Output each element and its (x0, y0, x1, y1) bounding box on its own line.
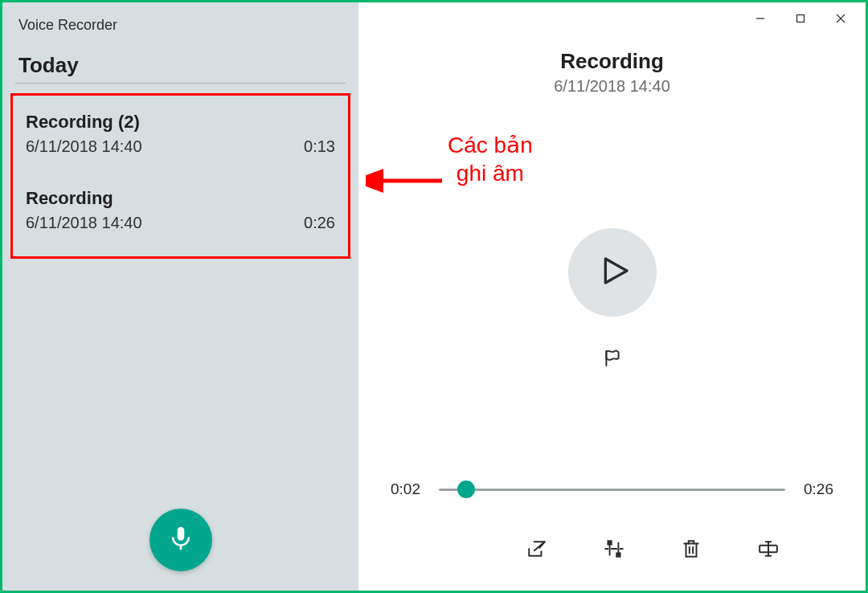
record-button[interactable] (149, 509, 212, 571)
recording-duration: 0:26 (304, 214, 335, 232)
minimize-icon (755, 13, 766, 27)
date-header-today: Today (15, 53, 346, 84)
recording-name: Recording (26, 188, 113, 209)
recording-duration: 0:13 (304, 137, 335, 156)
maximize-icon (795, 13, 806, 27)
play-button[interactable] (568, 228, 657, 317)
recording-item[interactable]: Recording (2) 6/11/2018 14:40 0:13 (21, 104, 340, 166)
mic-icon (167, 525, 194, 555)
svg-rect-3 (797, 15, 805, 22)
play-area (358, 128, 866, 480)
total-time: 0:26 (800, 481, 833, 498)
app-window: Voice Recorder Today Recording (2) 6/11/… (0, 0, 868, 593)
add-marker-button[interactable] (593, 341, 632, 379)
date-section: Today (2, 42, 358, 84)
play-icon (594, 255, 631, 290)
minimize-button[interactable] (740, 7, 780, 33)
window-controls (740, 7, 861, 33)
recording-item[interactable]: Recording 6/11/2018 14:40 0:26 (21, 180, 340, 242)
svg-rect-0 (177, 527, 184, 541)
detail-header: Recording 6/11/2018 14:40 (358, 49, 866, 96)
sidebar: Voice Recorder Today Recording (2) 6/11/… (2, 2, 358, 591)
close-button[interactable] (821, 7, 861, 33)
recording-date: 6/11/2018 14:40 (26, 214, 142, 232)
delete-icon (681, 538, 702, 562)
share-button[interactable] (518, 531, 556, 570)
recording-name: Recording (2) (26, 112, 140, 133)
svg-rect-13 (616, 553, 620, 556)
detail-date: 6/11/2018 14:40 (358, 77, 866, 96)
seek-knob[interactable] (457, 481, 475, 498)
detail-pane: Recording 6/11/2018 14:40 0:02 (358, 2, 866, 591)
rename-button[interactable] (749, 531, 788, 570)
rename-icon (758, 538, 779, 562)
svg-rect-12 (608, 541, 611, 544)
close-icon (835, 13, 846, 27)
svg-marker-6 (605, 259, 627, 283)
share-icon (526, 538, 547, 562)
detail-title: Recording (358, 49, 866, 74)
seek-track[interactable] (439, 480, 785, 499)
bottom-toolbar (455, 531, 866, 591)
recording-date: 6/11/2018 14:40 (26, 137, 142, 156)
maximize-button[interactable] (780, 7, 821, 33)
delete-button[interactable] (672, 531, 710, 570)
flag-icon (602, 348, 623, 372)
current-time: 0:02 (391, 481, 424, 498)
recordings-list-highlight: Recording (2) 6/11/2018 14:40 0:13 Recor… (10, 93, 350, 259)
trim-button[interactable] (595, 531, 633, 570)
app-title: Voice Recorder (2, 2, 358, 42)
trim-icon (604, 538, 624, 562)
timeline: 0:02 0:26 (358, 480, 866, 499)
track-line (439, 489, 785, 491)
